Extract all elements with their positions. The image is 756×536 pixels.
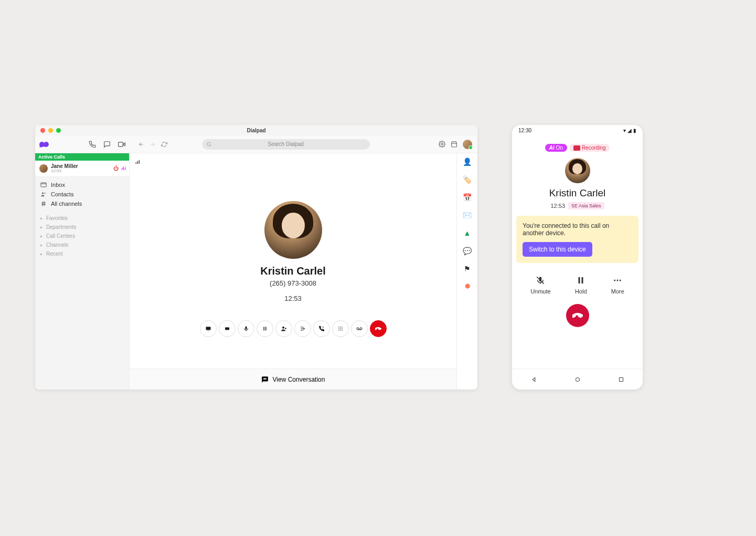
hangup-mini-icon[interactable]: ⏻ xyxy=(113,165,119,171)
zendesk-app-icon[interactable]: ⚑ xyxy=(464,265,471,273)
app-logo-icon[interactable] xyxy=(39,141,50,148)
inbox-icon xyxy=(40,182,47,188)
svg-rect-13 xyxy=(263,327,264,330)
active-call-item[interactable]: Jane Miller 12:53 ⏻ Ai xyxy=(35,161,129,177)
active-calls-header: Active Calls xyxy=(35,153,129,161)
chat-app-icon[interactable]: 💬 xyxy=(463,247,472,255)
calendar-icon[interactable] xyxy=(451,141,457,148)
mic-button[interactable] xyxy=(238,320,254,337)
hangup-button[interactable] xyxy=(370,320,387,337)
svg-rect-29 xyxy=(582,277,583,283)
sidebar-item-channels[interactable]: All channels xyxy=(35,199,129,208)
video-icon[interactable] xyxy=(118,141,125,148)
add-to-call-button[interactable] xyxy=(294,320,311,337)
more-label: More xyxy=(611,288,624,295)
nav-home-icon[interactable] xyxy=(574,376,581,383)
svg-point-5 xyxy=(42,192,44,194)
svg-point-26 xyxy=(360,328,362,330)
pause-button[interactable] xyxy=(257,320,273,337)
sidebar-section-channels[interactable]: Channels xyxy=(35,240,129,249)
search-placeholder: Search Dialpad xyxy=(268,141,303,147)
ai-badge[interactable]: On xyxy=(545,144,567,152)
record-button[interactable] xyxy=(219,320,236,337)
svg-rect-11 xyxy=(225,327,229,330)
department-tag: SE Asia Sales xyxy=(568,202,604,209)
hangup-icon xyxy=(572,310,583,321)
svg-point-23 xyxy=(340,330,341,331)
signal-icon[interactable] xyxy=(135,159,141,165)
svg-point-19 xyxy=(338,328,339,329)
svg-point-20 xyxy=(340,328,341,329)
chat-icon[interactable] xyxy=(103,141,111,148)
search-input[interactable]: Search Dialpad xyxy=(202,139,370,150)
tag-app-icon[interactable]: 🏷️ xyxy=(463,175,472,184)
sidebar-section-favorites[interactable]: Favorites xyxy=(35,214,129,223)
sidebar-section-departments[interactable]: Departments xyxy=(35,223,129,232)
mobile-hangup-button[interactable] xyxy=(566,304,589,327)
recording-badge[interactable]: Recording xyxy=(569,144,610,152)
svg-point-6 xyxy=(45,193,46,194)
svg-point-17 xyxy=(340,327,341,328)
sidebar-item-inbox[interactable]: Inbox xyxy=(35,180,129,190)
svg-rect-0 xyxy=(119,142,123,146)
sidebar-item-contacts[interactable]: Contacts xyxy=(35,190,129,199)
call-duration: 12:53 xyxy=(51,169,78,174)
sidebar-section-recent[interactable]: Recent xyxy=(35,249,129,258)
add-person-button[interactable] xyxy=(275,320,292,337)
hubspot-app-icon[interactable]: ⬢ xyxy=(465,282,470,290)
caller-avatar-icon xyxy=(39,164,48,173)
nav-back-icon[interactable] xyxy=(530,376,538,383)
gcal-app-icon[interactable]: 📅 xyxy=(463,193,472,202)
svg-rect-7 xyxy=(136,162,137,164)
mic-off-icon xyxy=(536,276,545,285)
sidebar: Active Calls Jane Miller 12:53 ⏻ Ai Inbo… xyxy=(35,153,130,390)
screenshare-button[interactable] xyxy=(200,320,217,337)
battery-icon: ▮ xyxy=(633,128,636,133)
mobile-device: 12:30 ▾ ◢ ▮ On Recording Kristin Carlel … xyxy=(512,125,643,390)
mobile-call-timer: 12:53 xyxy=(550,203,565,209)
sidebar-section-call-centers[interactable]: Call Centers xyxy=(35,232,129,240)
more-button[interactable]: More xyxy=(611,276,624,295)
sidebar-item-label: Inbox xyxy=(51,182,65,188)
call-controls xyxy=(200,320,387,337)
refresh-icon[interactable] xyxy=(161,141,167,148)
voicemail-button[interactable] xyxy=(351,320,368,337)
signal-icon: ◢ xyxy=(627,128,632,133)
device-notice: You're connected to this call on another… xyxy=(516,216,638,263)
nav-recent-icon[interactable] xyxy=(617,376,625,383)
ai-icon[interactable]: Ai xyxy=(121,166,126,171)
svg-point-32 xyxy=(620,280,621,281)
contacts-icon xyxy=(40,191,47,197)
transfer-button[interactable] xyxy=(313,320,330,337)
hold-button[interactable]: Hold xyxy=(575,276,587,295)
gmail-app-icon[interactable]: ✉️ xyxy=(463,211,472,219)
dialpad-button[interactable] xyxy=(332,320,349,337)
sidebar-item-label: All channels xyxy=(51,201,82,207)
svg-rect-9 xyxy=(139,160,140,164)
svg-point-22 xyxy=(338,330,339,331)
svg-point-18 xyxy=(342,327,343,328)
window-title: Dialpad xyxy=(35,128,477,133)
svg-point-33 xyxy=(576,377,579,381)
nav-arrows xyxy=(138,141,167,148)
svg-rect-8 xyxy=(137,161,139,164)
view-conversation-button[interactable]: View Conversation xyxy=(130,369,456,390)
switch-device-button[interactable]: Switch to this device xyxy=(523,242,592,257)
svg-point-31 xyxy=(617,280,619,281)
sidebar-item-label: Contacts xyxy=(51,191,73,197)
user-avatar-icon[interactable] xyxy=(463,140,472,149)
phone-icon[interactable] xyxy=(89,141,96,148)
person-app-icon[interactable]: 👤 xyxy=(463,157,472,166)
gdrive-app-icon[interactable]: ▲ xyxy=(464,229,471,237)
svg-point-21 xyxy=(342,328,343,329)
svg-point-24 xyxy=(342,330,343,331)
footer-label: View Conversation xyxy=(273,376,325,383)
svg-point-30 xyxy=(614,280,616,281)
unmute-button[interactable]: Unmute xyxy=(530,276,551,295)
status-time: 12:30 xyxy=(518,128,531,133)
forward-icon[interactable] xyxy=(150,141,156,148)
hash-icon xyxy=(40,201,47,207)
back-icon[interactable] xyxy=(138,141,144,148)
app-toolbar: Search Dialpad xyxy=(35,135,477,153)
gear-icon[interactable] xyxy=(439,141,445,148)
